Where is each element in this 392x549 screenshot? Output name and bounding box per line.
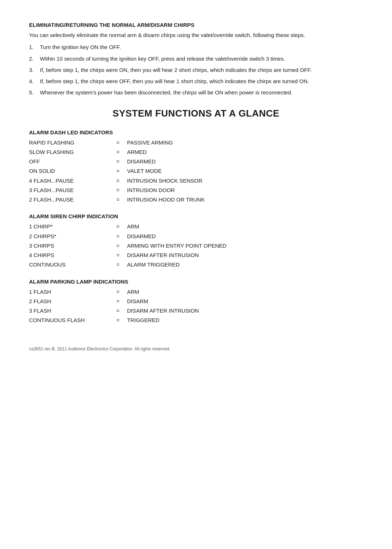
table-row-eq-1: = <box>109 297 127 305</box>
table-row-left-3: CONTINUOUS FLASH <box>29 316 109 324</box>
table-row-right-3: VALET MODE <box>127 167 363 175</box>
table-row-right-2: DISARM AFTER INTRUSION <box>127 306 363 315</box>
table-row-eq-1: = <box>109 148 127 156</box>
step-text: Within 10 seconds of turning the ignitio… <box>40 54 363 63</box>
table-row-left-1: SLOW FLASHING <box>29 148 109 156</box>
step-text: Turn the ignition key ON the OFF. <box>40 43 363 51</box>
step-item-3: 3.If, before step 1, the chirps were ON,… <box>29 66 363 74</box>
top-heading: ELIMINATING/RETURNING THE NORMAL ARM/DIS… <box>29 22 363 28</box>
alarm-dash-led-heading: ALARM DASH LED INDICATORS <box>29 129 363 135</box>
table-row-left-2: 3 CHIRPS <box>29 241 109 250</box>
footer-text: ca3051 rev B. 2011 Audiovox Electronics … <box>29 346 171 351</box>
footer: ca3051 rev B. 2011 Audiovox Electronics … <box>29 346 363 351</box>
alarm-siren-chirp-heading: ALARM SIREN CHIRP INDICATION <box>29 213 363 219</box>
alarm-siren-chirp-table: 1 CHIRP*=ARM2 CHIRPS*=DISARMED3 CHIRPS=A… <box>29 222 363 269</box>
table-row-right-1: ARMED <box>127 148 363 156</box>
table-row-eq-3: = <box>109 167 127 175</box>
table-row-eq-2: = <box>109 157 127 166</box>
steps-list: 1.Turn the ignition key ON the OFF.2.Wit… <box>29 43 363 97</box>
alarm-dash-led-section: ALARM DASH LED INDICATORS RAPID FLASHING… <box>29 129 363 204</box>
table-row-right-4: ALARM TRIGGERED <box>127 260 363 269</box>
table-row-right-5: INTRUSION DOOR <box>127 186 363 194</box>
table-row-left-2: OFF <box>29 157 109 166</box>
step-number: 3. <box>29 66 40 74</box>
table-row-left-6: 2 FLASH...PAUSE <box>29 195 109 204</box>
step-number: 4. <box>29 77 40 85</box>
table-row-right-2: ARMING WITH ENTRY POINT OPENED <box>127 241 363 250</box>
table-row-left-4: 4 FLASH...PAUSE <box>29 176 109 185</box>
step-item-5: 5.Whenever the system's power has been d… <box>29 88 363 97</box>
table-row-right-3: DISARM AFTER INTRUSION <box>127 251 363 259</box>
intro-text: You can selectively eliminate the normal… <box>29 31 363 39</box>
table-row-right-1: DISARMED <box>127 232 363 240</box>
table-row-left-0: 1 CHIRP* <box>29 222 109 231</box>
table-row-right-0: ARM <box>127 288 363 296</box>
table-row-eq-5: = <box>109 186 127 194</box>
table-row-eq-1: = <box>109 232 127 240</box>
step-text: If, before step 1, the chirps were OFF, … <box>40 77 363 85</box>
alarm-parking-lamp-section: ALARM PARKING LAMP INDICATIONS 1 FLASH=A… <box>29 278 363 325</box>
table-row-eq-4: = <box>109 176 127 185</box>
table-row-eq-0: = <box>109 288 127 296</box>
table-row-left-3: 4 CHIRPS <box>29 251 109 259</box>
alarm-parking-lamp-table: 1 FLASH=ARM2 FLASH=DISARM3 FLASH=DISARM … <box>29 288 363 325</box>
table-row-right-1: DISARM <box>127 297 363 305</box>
alarm-parking-lamp-heading: ALARM PARKING LAMP INDICATIONS <box>29 278 363 285</box>
table-row-left-1: 2 CHIRPS* <box>29 232 109 240</box>
top-section: ELIMINATING/RETURNING THE NORMAL ARM/DIS… <box>29 22 363 97</box>
table-row-eq-0: = <box>109 222 127 231</box>
table-row-right-2: DISARMED <box>127 157 363 166</box>
page-title: SYSTEM FUNCTIONS AT A GLANCE <box>29 108 363 119</box>
step-number: 2. <box>29 54 40 63</box>
alarm-dash-led-table: RAPID FLASHING=PASSIVE ARMINGSLOW FLASHI… <box>29 138 363 204</box>
table-row-right-6: INTRUSION HOOD OR TRUNK <box>127 195 363 204</box>
step-item-4: 4.If, before step 1, the chirps were OFF… <box>29 77 363 85</box>
table-row-left-1: 2 FLASH <box>29 297 109 305</box>
step-text: If, before step 1, the chirps were ON, t… <box>40 66 363 74</box>
table-row-left-3: ON SOLID <box>29 167 109 175</box>
table-row-eq-3: = <box>109 316 127 324</box>
step-item-2: 2.Within 10 seconds of turning the ignit… <box>29 54 363 63</box>
step-number: 1. <box>29 43 40 51</box>
table-row-right-3: TRIGGERED <box>127 316 363 324</box>
step-number: 5. <box>29 88 40 97</box>
alarm-siren-chirp-section: ALARM SIREN CHIRP INDICATION 1 CHIRP*=AR… <box>29 213 363 269</box>
table-row-right-0: PASSIVE ARMING <box>127 138 363 147</box>
table-row-left-2: 3 FLASH <box>29 306 109 315</box>
table-row-left-0: RAPID FLASHING <box>29 138 109 147</box>
table-row-eq-3: = <box>109 251 127 259</box>
step-item-1: 1.Turn the ignition key ON the OFF. <box>29 43 363 51</box>
table-row-eq-4: = <box>109 260 127 269</box>
table-row-eq-0: = <box>109 138 127 147</box>
table-row-right-4: INTRUSION SHOCK SENSOR <box>127 176 363 185</box>
table-row-right-0: ARM <box>127 222 363 231</box>
table-row-eq-6: = <box>109 195 127 204</box>
table-row-eq-2: = <box>109 241 127 250</box>
table-row-left-5: 3 FLASH...PAUSE <box>29 186 109 194</box>
table-row-left-0: 1 FLASH <box>29 288 109 296</box>
table-row-left-4: CONTINUOUS <box>29 260 109 269</box>
table-row-eq-2: = <box>109 306 127 315</box>
step-text: Whenever the system's power has been dis… <box>40 88 363 97</box>
